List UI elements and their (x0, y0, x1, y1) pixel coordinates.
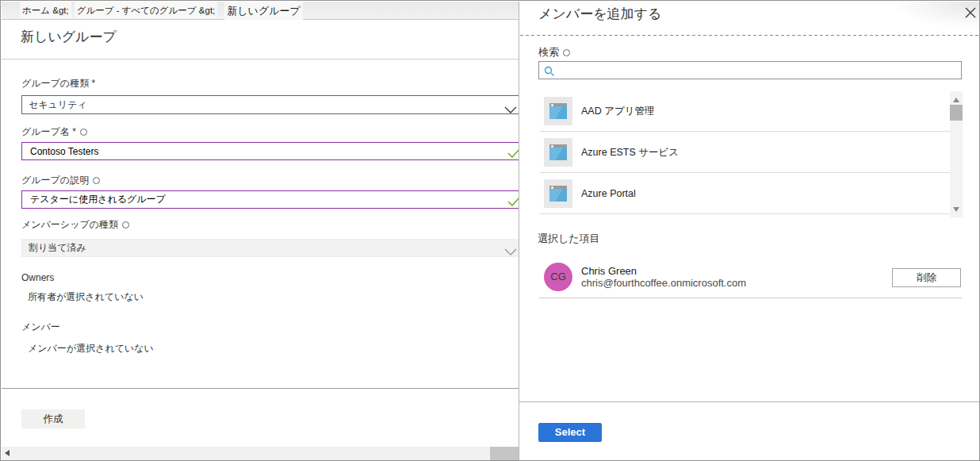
panel-header-shade (798, 2, 980, 34)
group-type-label: グループの種類 * (21, 77, 95, 90)
select-button[interactable]: Select (538, 423, 602, 442)
directory-item-label: Azure Portal (581, 173, 636, 214)
vertical-scrollbar-thumb[interactable] (950, 105, 963, 121)
group-name-field (21, 142, 522, 160)
group-description-input[interactable] (30, 193, 474, 206)
breadcrumb-groups-all-groups[interactable]: グループ - すべてのグループ &gt; (75, 2, 218, 18)
footer-divider (2, 388, 519, 389)
new-group-pane: ホーム &gt;グループ - すべてのグループ &gt;新しいグループ 新しいグ… (2, 2, 519, 460)
add-members-panel: メンバーを追加する 検索 AAD アプリ管理 Azure ESTS サービス A… (519, 2, 980, 460)
search-input[interactable] (558, 63, 955, 77)
directory-item-azure-ests[interactable]: Azure ESTS サービス (540, 132, 950, 173)
group-type-label-text: グループの種類 * (21, 78, 95, 89)
group-description-field (21, 190, 522, 209)
group-type-value: セキュリティ (29, 99, 87, 110)
info-icon (80, 129, 87, 136)
members-empty-text: メンバーが選択されていない (28, 342, 154, 355)
application-icon (544, 97, 572, 125)
chevron-down-icon (504, 244, 517, 261)
info-icon (122, 221, 129, 229)
dashed-divider (520, 35, 979, 36)
chevron-down-icon (504, 102, 517, 119)
search-icon (544, 66, 555, 77)
breadcrumb-home[interactable]: ホーム &gt; (20, 2, 71, 18)
scroll-up-arrow-icon[interactable] (953, 98, 959, 102)
horizontal-scrollbar-thumb[interactable] (490, 447, 519, 460)
vertical-scrollbar[interactable] (950, 91, 963, 217)
owners-label: Owners (21, 272, 54, 283)
membership-type-dropdown[interactable]: 割り当て済み (21, 239, 522, 257)
membership-type-label-text: メンバーシップの種類 (21, 219, 118, 230)
owners-empty-text: 所有者が選択されていない (28, 290, 144, 304)
create-button[interactable]: 作成 (21, 409, 85, 428)
membership-type-value: 割り当て済み (29, 242, 86, 253)
group-name-label: グループ名 * (21, 125, 87, 139)
selected-items-label: 選択した項目 (538, 232, 600, 246)
search-label-text: 検索 (538, 46, 559, 58)
scroll-left-arrow-icon[interactable] (5, 450, 10, 456)
directory-item-label: AAD アプリ管理 (581, 90, 655, 132)
group-type-dropdown[interactable]: セキュリティ (21, 95, 522, 114)
info-icon (93, 177, 100, 184)
avatar: CG (544, 263, 572, 291)
directory-list: AAD アプリ管理 Azure ESTS サービス Azure Portal (540, 90, 950, 214)
members-label: メンバー (21, 321, 60, 334)
application-icon (544, 179, 572, 208)
panel-footer-divider (519, 401, 980, 402)
azure-portal-window: ホーム &gt;グループ - すべてのグループ &gt;新しいグループ 新しいグ… (0, 0, 980, 461)
remove-button[interactable]: 削除 (892, 268, 961, 287)
info-icon (563, 49, 570, 56)
page-title: 新しいグループ (21, 28, 117, 46)
scroll-down-arrow-icon[interactable] (953, 207, 959, 212)
title-divider (2, 59, 519, 60)
breadcrumb-new-group: 新しいグループ (224, 2, 303, 20)
person-name: Chris Green (581, 265, 637, 277)
group-name-input[interactable] (30, 144, 474, 158)
application-icon (544, 138, 572, 167)
search-label: 検索 (538, 45, 570, 60)
breadcrumb: ホーム &gt;グループ - すべてのグループ &gt;新しいグループ (2, 2, 519, 20)
group-description-label: グループの説明 (21, 174, 100, 187)
directory-item-label: Azure ESTS サービス (581, 132, 679, 173)
group-description-label-text: グループの説明 (21, 175, 89, 186)
search-box (538, 61, 962, 79)
panel-title: メンバーを追加する (538, 5, 661, 23)
group-name-label-text: グループ名 * (21, 126, 76, 137)
close-icon[interactable] (965, 7, 976, 18)
person-email: chris@fourthcoffee.onmicrosoft.com (581, 277, 746, 289)
horizontal-scrollbar[interactable] (2, 447, 519, 460)
selected-person-row: CG Chris Green chris@fourthcoffee.onmicr… (539, 257, 962, 298)
membership-type-label: メンバーシップの種類 (21, 218, 129, 232)
directory-item-azure-portal[interactable]: Azure Portal (540, 173, 950, 214)
directory-item-aad-app-mgmt[interactable]: AAD アプリ管理 (540, 90, 950, 132)
